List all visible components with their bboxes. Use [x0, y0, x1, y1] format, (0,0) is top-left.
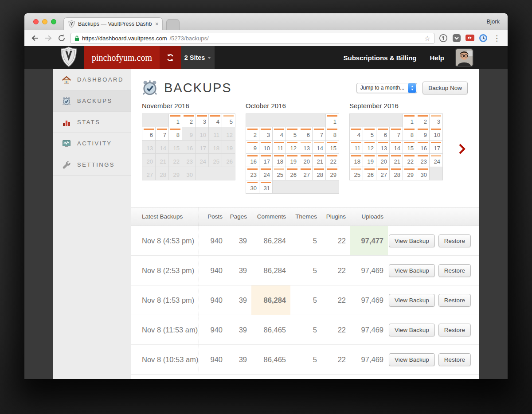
calendar-day-cell[interactable]: 20 — [376, 154, 390, 167]
calendar-day-cell[interactable]: 5 — [363, 127, 376, 141]
view-backup-button[interactable]: View Backup — [389, 353, 435, 366]
calendar-day-cell[interactable]: 2 — [246, 127, 259, 141]
history-clock-extension-icon[interactable] — [479, 34, 488, 43]
calendar-day-cell[interactable]: 19 — [363, 154, 376, 167]
calendar-day-cell[interactable]: 18 — [350, 154, 363, 167]
calendar-day-cell[interactable]: 26 — [363, 167, 376, 180]
calendar-day-cell[interactable]: 14 — [313, 141, 326, 154]
calendar-day-cell[interactable]: 13 — [376, 141, 390, 154]
password-extension-icon[interactable] — [439, 34, 448, 43]
restore-button[interactable]: Restore — [438, 324, 471, 336]
browser-tab[interactable]: Backups — VaultPress Dashbo × — [63, 17, 163, 30]
calendar-day-cell[interactable]: 10 — [259, 141, 273, 154]
calendar-day-cell[interactable]: 25 — [350, 167, 363, 180]
calendar-day-cell[interactable]: 31 — [259, 180, 273, 194]
calendar-day-cell[interactable]: 21 — [313, 154, 326, 167]
background-tab[interactable] — [166, 19, 180, 30]
view-backup-button[interactable]: View Backup — [389, 234, 435, 247]
calendar-day-cell[interactable]: 1 — [326, 114, 339, 127]
calendar-day-cell[interactable]: 16 — [246, 154, 259, 167]
calendar-day-cell[interactable]: 28 — [313, 167, 326, 180]
calendar-day-cell[interactable]: 2 — [416, 114, 430, 127]
sidebar-item-settings[interactable]: SETTINGS — [53, 154, 131, 176]
calendar-day-cell[interactable]: 12 — [363, 141, 376, 154]
calendar-day-cell[interactable]: 23 — [246, 167, 259, 180]
sites-switcher[interactable]: 2 Sites — [181, 46, 215, 69]
calendar-day-cell[interactable]: 24 — [259, 167, 273, 180]
calendar-day-cell[interactable]: 5 — [222, 114, 235, 127]
calendar-day-cell[interactable]: 30 — [416, 167, 430, 180]
calendar-day-cell[interactable]: 9 — [416, 127, 430, 141]
current-site-name[interactable]: pinchofyum.com — [84, 46, 160, 69]
calendar-day-cell[interactable]: 22 — [403, 154, 416, 167]
calendar-day-cell[interactable]: 7 — [313, 127, 326, 141]
user-avatar[interactable] — [456, 49, 473, 66]
sidebar-item-stats[interactable]: STATS — [53, 112, 131, 133]
calendar-day-cell[interactable]: 23 — [416, 154, 430, 167]
calendar-day-cell[interactable]: 29 — [326, 167, 339, 180]
calendar-day-cell[interactable]: 7 — [156, 127, 169, 141]
calendar-day-cell[interactable]: 21 — [390, 154, 403, 167]
view-backup-button[interactable]: View Backup — [389, 324, 435, 336]
restore-button[interactable]: Restore — [438, 353, 471, 366]
calendar-day-cell[interactable]: 1 — [169, 114, 182, 127]
calendar-day-cell[interactable]: 2 — [182, 114, 196, 127]
calendar-day-cell[interactable]: 11 — [350, 141, 363, 154]
calendar-day-cell[interactable]: 17 — [430, 141, 443, 154]
calendar-day-cell[interactable]: 6 — [142, 127, 156, 141]
view-backup-button[interactable]: View Backup — [389, 294, 435, 307]
help-link[interactable]: Help — [430, 46, 444, 69]
calendar-day-cell[interactable]: 3 — [430, 114, 443, 127]
tab-close-icon[interactable]: × — [155, 20, 159, 27]
fullscreen-window-button[interactable] — [51, 19, 56, 24]
browser-profile-name[interactable]: Bjork — [486, 18, 500, 25]
calendar-day-cell[interactable]: 3 — [259, 127, 273, 141]
calendar-day-cell[interactable]: 27 — [299, 167, 313, 180]
calendar-day-cell[interactable]: 3 — [196, 114, 209, 127]
calendar-day-cell[interactable]: 4 — [273, 127, 286, 141]
calendar-day-cell[interactable]: 17 — [259, 154, 273, 167]
forward-icon[interactable] — [44, 34, 53, 43]
sidebar-item-activity[interactable]: ACTIVITY — [53, 133, 131, 154]
browser-menu-icon[interactable]: ⋮ — [492, 34, 501, 43]
calendar-day-cell[interactable]: 16 — [416, 141, 430, 154]
address-bar[interactable]: https://dashboard.vaultpress.com /5273/b… — [70, 33, 434, 44]
restore-button[interactable]: Restore — [438, 294, 471, 307]
bookmark-star-icon[interactable]: ☆ — [424, 34, 430, 43]
calendar-day-cell[interactable]: 18 — [273, 154, 286, 167]
calendar-day-cell[interactable]: 11 — [273, 141, 286, 154]
restore-button[interactable]: Restore — [438, 234, 471, 247]
jump-to-month-select[interactable]: Jump to a month... — [356, 83, 417, 93]
calendar-day-cell[interactable]: 22 — [326, 154, 339, 167]
calendar-day-cell[interactable]: 4 — [350, 127, 363, 141]
calendar-day-cell[interactable]: 28 — [390, 167, 403, 180]
calendar-day-cell[interactable]: 6 — [376, 127, 390, 141]
vaultpress-shield-logo[interactable] — [53, 46, 84, 67]
site-refresh-button[interactable] — [160, 46, 181, 69]
back-icon[interactable] — [31, 34, 39, 43]
calendar-day-cell[interactable]: 8 — [326, 127, 339, 141]
calendar-day-cell[interactable]: 14 — [390, 141, 403, 154]
calendar-day-cell[interactable]: 9 — [246, 141, 259, 154]
restore-button[interactable]: Restore — [438, 264, 471, 277]
calendar-day-cell[interactable]: 15 — [403, 141, 416, 154]
calendar-day-cell[interactable]: 8 — [169, 127, 182, 141]
calendar-day-cell[interactable]: 27 — [376, 167, 390, 180]
calendar-day-cell[interactable]: 5 — [286, 127, 299, 141]
calendar-day-cell[interactable]: 25 — [273, 167, 286, 180]
calendar-next-arrow[interactable] — [458, 144, 466, 154]
sidebar-item-backups[interactable]: BACKUPS — [53, 90, 131, 112]
calendar-day-cell[interactable]: 12 — [286, 141, 299, 154]
pocket-extension-icon[interactable] — [452, 34, 461, 43]
calendar-day-cell[interactable]: 7 — [390, 127, 403, 141]
calendar-day-cell[interactable]: 15 — [326, 141, 339, 154]
backup-now-button[interactable]: Backup Now — [422, 82, 468, 94]
minimize-window-button[interactable] — [42, 19, 47, 24]
view-backup-button[interactable]: View Backup — [389, 264, 435, 277]
subscriptions-billing-link[interactable]: Subscriptions & Billing — [343, 46, 416, 69]
calendar-day-cell[interactable]: 10 — [430, 127, 443, 141]
sidebar-item-dashboard[interactable]: DASHBOARD — [53, 69, 131, 90]
calendar-day-cell[interactable]: 24 — [430, 154, 443, 167]
calendar-day-cell[interactable]: 13 — [299, 141, 313, 154]
calendar-day-cell[interactable]: 1 — [403, 114, 416, 127]
